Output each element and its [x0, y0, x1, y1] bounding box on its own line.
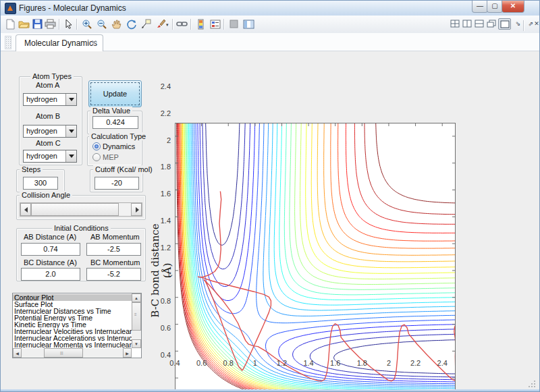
y-axis-label: B-C bond distance (Å) [149, 217, 173, 325]
panel-grip-strip[interactable] [5, 36, 11, 49]
tile-columns-icon[interactable] [461, 18, 473, 28]
resize-grip[interactable] [529, 381, 535, 387]
x-tick-label: 0.8 [220, 359, 236, 367]
tab-label: Molecular Dynamics [24, 38, 97, 48]
title-bar[interactable]: Figures - Molecular Dynamics [1, 1, 539, 16]
y-tick-label: 2.2 [151, 109, 171, 117]
tab-bar: Molecular Dynamics ✕ [1, 33, 539, 51]
show-plot-tools-icon[interactable] [242, 18, 255, 30]
tab-molecular-dynamics[interactable]: Molecular Dynamics ✕ [16, 34, 103, 51]
y-tick-label: 2 [151, 136, 171, 144]
pointer-icon[interactable] [62, 18, 75, 30]
close-glyph: ✕ [510, 2, 516, 9]
open-file-icon[interactable] [18, 18, 30, 30]
close-tab-group-icon[interactable]: ✕ [533, 18, 540, 28]
brush-dropdown-caret[interactable]: ▾ [166, 22, 169, 28]
hide-plot-tools-icon[interactable] [227, 18, 240, 30]
toolbar-separator [76, 19, 78, 30]
close-button[interactable]: ✕ [502, 1, 524, 13]
toolbar-separator [190, 19, 192, 30]
new-figure-icon[interactable] [4, 18, 17, 30]
matlab-icon [5, 3, 16, 14]
toolbar-separator [172, 19, 173, 30]
x-tick-label: 1 [247, 359, 263, 367]
save-icon[interactable] [31, 18, 44, 30]
y-tick-label: 0.6 [151, 324, 171, 332]
window-title: Figures - Molecular Dynamics [19, 3, 126, 13]
restore-glyph: ▢ [491, 2, 497, 9]
link-plots-icon[interactable] [176, 18, 188, 30]
print-icon[interactable] [44, 18, 57, 30]
x-tick-label: 2.4 [434, 359, 450, 367]
float-windows-icon[interactable] [485, 18, 497, 28]
insert-colorbar-icon[interactable] [194, 18, 207, 30]
x-tick-label: 1.2 [273, 359, 290, 367]
tile-rows-icon[interactable] [473, 18, 485, 28]
pan-icon[interactable] [110, 18, 123, 30]
minimize-glyph: — [477, 2, 483, 9]
contour-axes [175, 123, 456, 392]
toolbar-separator [523, 20, 524, 31]
figure-window: Figures - Molecular Dynamics — ▢ ✕ ▾ ⇘ ⇗… [0, 0, 540, 392]
restore-button[interactable]: ▢ [487, 1, 503, 13]
data-cursor-icon[interactable] [140, 18, 153, 30]
rotate-3d-icon[interactable] [125, 18, 138, 30]
insert-legend-icon[interactable] [209, 18, 221, 30]
x-tick-label: 1.4 [300, 359, 317, 367]
x-tick-label: 2.2 [408, 359, 424, 367]
x-tick-label: 2 [381, 359, 397, 367]
dock-figure-icon[interactable]: ⇘ [512, 18, 524, 28]
y-tick-label: 0.4 [151, 351, 171, 359]
contour-plot-region: 0.40.40.60.60.80.8111.21.21.41.41.61.61.… [1, 51, 540, 390]
x-tick-label: 0.4 [167, 359, 183, 367]
minimize-button[interactable]: — [472, 1, 488, 13]
x-tick-label: 1.8 [354, 359, 370, 367]
window-bottom-frame [1, 389, 539, 391]
maximize-view-icon[interactable] [498, 18, 511, 30]
x-tick-label: 0.6 [194, 359, 210, 367]
zoom-in-icon[interactable] [80, 18, 93, 30]
tile-all-icon[interactable] [449, 18, 460, 28]
toolbar-separator [59, 19, 60, 30]
y-tick-label: 2.4 [151, 82, 171, 90]
zoom-out-icon[interactable] [95, 18, 108, 30]
x-tick-label: 1.6 [327, 359, 344, 367]
toolbar-separator [223, 19, 225, 30]
y-tick-label: 1.6 [151, 190, 171, 198]
y-tick-label: 1.8 [151, 163, 171, 171]
tab-close-icon[interactable]: ✕ [91, 38, 97, 47]
